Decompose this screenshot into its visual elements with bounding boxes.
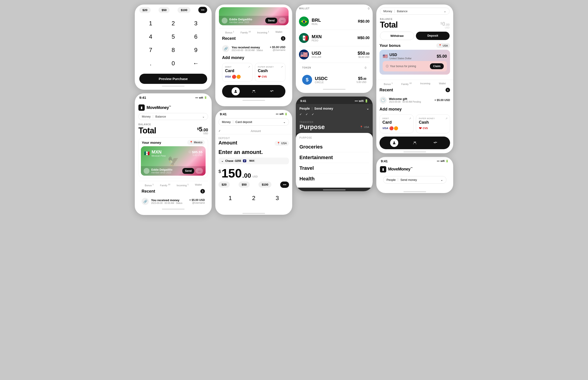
deposit-selector[interactable]: Money Card deposit ⌄: [218, 118, 289, 126]
purpose-entertainment[interactable]: Entertainment: [299, 152, 369, 163]
preset-20[interactable]: $20: [139, 7, 151, 13]
key-back[interactable]: ←: [185, 57, 207, 70]
deposit-button[interactable]: Deposit: [416, 32, 450, 40]
key-5[interactable]: 5: [162, 30, 185, 43]
dep-key-3[interactable]: 3: [266, 191, 289, 205]
key-6[interactable]: 6: [185, 30, 207, 43]
cash-arrow-icon: ↗: [281, 65, 283, 69]
deposit-screen: Money Card deposit ⌄ ✓ Amount DEPOSIT Am…: [215, 118, 292, 214]
deposit-prompt: Enter an amount.: [218, 149, 289, 155]
check-icon: ✓: [218, 129, 221, 133]
dep-key-1[interactable]: 1: [218, 191, 242, 205]
send-button[interactable]: Send: [182, 168, 194, 174]
key-2[interactable]: 2: [162, 17, 185, 30]
key-3[interactable]: 3: [185, 17, 207, 30]
phone7-amount: $0.00 USD: [440, 21, 450, 29]
p7-tab-family[interactable]: Family 10: [401, 81, 411, 86]
phone7-cash-card[interactable]: PAPER MONEY Cash ↗ ❤ CVS: [416, 114, 450, 133]
phone7-tabs: Bonus 1 Family 10 Incoming Wallet: [376, 79, 453, 86]
debit-card-option[interactable]: DEBIT Card ↗ VISA 🔴🟠: [222, 63, 253, 82]
balance-amount: $5.00 USD: [197, 126, 208, 135]
purpose-groceries[interactable]: Groceries: [299, 142, 369, 152]
phone7-visa-logo: VISA: [382, 127, 388, 130]
tab-incoming[interactable]: Incoming 1: [177, 182, 189, 188]
selector-divider: [153, 115, 153, 118]
p7-tab-wallet[interactable]: Wallet: [439, 81, 446, 86]
nav-profile[interactable]: [232, 87, 240, 95]
deposit-preset-50[interactable]: $50: [239, 182, 250, 188]
tab-family[interactable]: Family 10: [160, 182, 170, 188]
balance-main: 5: [199, 126, 202, 133]
phone-wallet: WALLET 0 🇧🇷 BRL REAL R$0.00 🇲🇽: [296, 4, 373, 93]
phone3-tab-wallet[interactable]: Wallet: [275, 30, 282, 35]
card-user-section: Eddie Delgadillo member since 2023 Send …: [141, 166, 206, 176]
tab-bonus[interactable]: Bonus 1: [145, 182, 154, 188]
nav-activity[interactable]: [268, 87, 276, 95]
send-money-button[interactable]: Send: [265, 18, 277, 23]
money-card-header: Your money 📍 Mexico: [139, 138, 208, 146]
recent-item: 🔗 You received money 2023-00-00 · 00:00 …: [138, 196, 208, 207]
tab-navigation: Bonus 1 Family 10 Incoming 1 Wallet: [138, 181, 208, 188]
recent-section-header: Recent 1: [138, 188, 208, 195]
usd-main: $50.00: [357, 51, 370, 56]
key-1[interactable]: 1: [139, 17, 162, 30]
nav-people[interactable]: [250, 87, 258, 95]
preset-100[interactable]: $100: [177, 7, 190, 13]
purpose-selector[interactable]: People | Send money ⌄: [299, 107, 369, 110]
phone7-nav-profile[interactable]: [390, 139, 398, 147]
send-user-info: Eddie Delgadillo member since 2023: [222, 18, 252, 23]
phone7-amount-value: $0.00: [440, 21, 450, 27]
phone7-dec: .00: [445, 23, 450, 26]
more-options-button[interactable]: ···: [196, 168, 203, 174]
phone3-tab-incoming[interactable]: Incoming 1: [257, 30, 269, 35]
numpad-grid: 1 2 3 4 5 6 7 8 9 . 0 ←: [139, 17, 207, 70]
key-4[interactable]: 4: [139, 30, 162, 43]
more-button[interactable]: •••: [198, 7, 207, 13]
balance-decimal: .00: [202, 128, 208, 132]
collapse-icon: ⌄: [221, 159, 223, 163]
purpose-travel[interactable]: Travel: [299, 163, 369, 174]
deposit-icons: ▪▪▪ wifi 🔋: [276, 113, 288, 115]
key-0[interactable]: 0: [162, 57, 185, 70]
deposit-preset-100[interactable]: $100: [258, 182, 271, 188]
deposit-more-button[interactable]: •••: [280, 182, 289, 188]
user-text: Eddie Delgadillo member since 2023: [151, 168, 172, 174]
p7-tab-bonus[interactable]: Bonus 1: [384, 81, 392, 86]
people-chevron-icon: ⌄: [441, 178, 443, 182]
phone7-nav-people[interactable]: [411, 139, 419, 147]
phone7-debit-card[interactable]: DEBIT Card ↗ VISA 🔴🟠: [379, 114, 414, 133]
deposit-preset-20[interactable]: $20: [218, 182, 230, 188]
amount-decimal: .00: [242, 172, 251, 179]
phone3-tab-family[interactable]: Family 10: [240, 30, 251, 35]
selector-money: Money: [142, 115, 151, 118]
p7-tab-incoming[interactable]: Incoming: [420, 81, 430, 86]
preview-purchase-button[interactable]: Preview Purchase: [139, 74, 207, 84]
home-bar-6: [323, 190, 346, 190]
key-dot[interactable]: .: [139, 57, 162, 70]
phone7-heart-icon: ❤: [419, 126, 422, 131]
claim-button[interactable]: Claim: [430, 63, 444, 69]
home-bar-7: [403, 152, 426, 152]
app-logo-icon: ▮: [138, 104, 145, 111]
phone7-nav-activity[interactable]: [431, 139, 439, 147]
phone3-amount-user: @Username: [270, 49, 285, 51]
balance-value: $5.00: [197, 126, 208, 133]
people-selector[interactable]: People Send money ⌄: [383, 176, 446, 184]
phone7-cvs-logo: CVS: [423, 127, 428, 130]
key-9[interactable]: 9: [185, 43, 207, 57]
purpose-health[interactable]: Health: [299, 174, 369, 184]
tab-wallet[interactable]: Wallet: [195, 182, 202, 188]
debit-label: DEBIT: [225, 66, 250, 68]
pending-status: Pending: [413, 101, 421, 103]
cash-card-option[interactable]: PAPER MONEY Cash ↗ ❤ CVS: [255, 63, 285, 82]
phone7-selector[interactable]: Money Balance ⌄: [380, 8, 450, 15]
preset-50[interactable]: $50: [158, 7, 170, 13]
dep-key-2[interactable]: 2: [242, 191, 266, 205]
p7-bonus-badge: 1: [392, 81, 392, 85]
send-more-button[interactable]: ···: [279, 18, 286, 23]
key-8[interactable]: 8: [162, 43, 185, 57]
withdraw-button[interactable]: Withdraw: [380, 32, 414, 40]
money-balance-selector[interactable]: Money Balance ⌄: [138, 113, 208, 120]
phone3-tab-bonus[interactable]: Bonus 1: [225, 30, 234, 35]
key-7[interactable]: 7: [139, 43, 162, 57]
